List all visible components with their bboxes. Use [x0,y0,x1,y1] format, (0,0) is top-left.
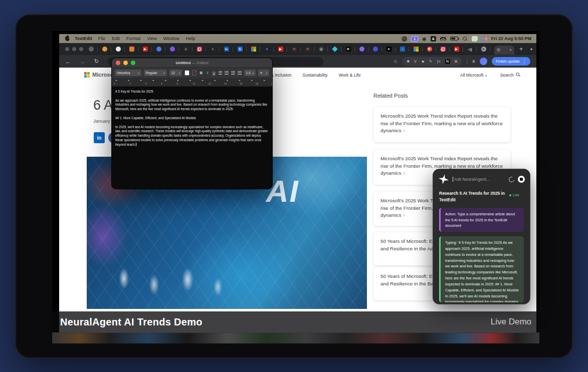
profile-avatar[interactable] [480,58,487,65]
menu-view[interactable]: View [147,36,156,41]
linkedin-share-icon[interactable]: in [94,132,105,143]
tab-search-chevron-icon[interactable]: ▾ [530,47,532,52]
tab-favicon-g[interactable]: G [481,47,486,52]
finish-update-button[interactable]: Finish update ⋮ [492,57,530,66]
ruler-tab-stop-icon[interactable]: ▸ [239,79,241,82]
active-tab[interactable]: × [494,46,514,55]
tab-favicon-youtube-2[interactable]: ▶ [278,47,283,52]
align-justify-icon[interactable] [238,71,242,75]
line-spacing-select[interactable]: 1.0▾ [244,70,256,76]
extension-n-icon[interactable]: N [445,59,450,64]
tab-favicon-gmail-2[interactable]: M [305,47,310,52]
menubar-clock[interactable]: Fri 22 Aug 5:50 PM [491,36,531,41]
menu-edit[interactable]: Edit [112,36,120,41]
tab-favicon-linkedin[interactable]: in [224,47,229,52]
tab-favicon-youtube[interactable]: ▶ [142,47,148,52]
tab-favicon-orange-2[interactable] [129,47,134,52]
bookmark-star-icon[interactable]: ☆ [393,59,398,64]
globe-icon[interactable] [402,36,407,42]
stop-button[interactable] [518,176,525,183]
tab-favicon-s[interactable]: S [237,47,243,52]
menu-window[interactable]: Window [163,36,179,41]
back-icon[interactable]: ← [65,59,71,65]
extension-fx-icon[interactable]: ƒx [437,60,440,63]
tab-favicon-microsoft[interactable] [251,47,256,52]
tab-favicon-github[interactable] [115,47,121,52]
ruler-tab-stop-icon[interactable]: ▸ [153,79,154,82]
menu-format[interactable]: Format [126,36,141,41]
tab-favicon-instagram[interactable] [197,47,202,52]
record-icon[interactable]: ◉ [422,36,427,42]
tab-favicon-orange[interactable] [102,47,107,52]
textedit-document[interactable]: # 5 Key AI Trends for 2025 As we approac… [112,87,272,189]
neuralagent-panel[interactable]: Ask NeuralAgent... Research 5 AI Trends … [433,169,530,304]
close-tab-icon[interactable]: × [509,48,512,52]
minimize-window-icon[interactable] [72,47,76,51]
tab-favicon-youtube-3[interactable]: ▶ [454,47,459,52]
reload-icon[interactable]: ↻ [94,58,99,65]
bold-button[interactable]: B [199,71,203,75]
tab-favicon-gmail[interactable]: M [291,47,297,52]
ruler-tab-stop-icon[interactable]: ▸ [215,79,216,82]
zoom-window-icon[interactable] [79,47,83,51]
tab-favicon-duotone[interactable] [372,47,378,52]
browser-menu-kebab-icon[interactable]: ⋮ [522,59,526,64]
extension-v-icon[interactable]: V [414,60,417,63]
font-size-select[interactable]: 12▾ [169,70,182,76]
align-right-icon[interactable] [231,71,235,75]
tab-favicon-diamond[interactable] [332,47,337,52]
underline-button[interactable]: U [212,71,216,75]
tab-favicon-violet[interactable] [359,47,364,52]
background-color-swatch[interactable] [192,70,197,76]
ruler-tab-stop-icon[interactable]: ▸ [264,79,265,82]
align-center-icon[interactable] [225,71,229,75]
tab-favicon-instagram-2[interactable] [440,47,446,52]
ruler-tab-stop-icon[interactable]: ▸ [116,79,117,82]
textedit-ruler[interactable]: ▸▸▸▸▸▸▸▸▸▸▸▸▸02468101214161820 [112,78,272,87]
tab-favicon-blue[interactable] [156,47,161,52]
spotlight-search-icon[interactable] [462,36,468,42]
tab-favicon-web[interactable] [88,47,94,52]
text-color-swatch[interactable] [184,70,189,76]
sidebar-lines-icon[interactable]: ≡ [472,59,475,64]
input-source-icon[interactable]: A [431,36,436,42]
ask-neuralagent-input[interactable]: Ask NeuralAgent... [453,177,505,182]
tab-favicon-bluebox[interactable]: ▫ [400,47,405,52]
extensions-puzzle-icon[interactable]: ⊞ [455,60,458,64]
textedit-window[interactable]: Untitled — Edited Helvetica▾ Regular▾ 12… [111,58,273,189]
italic-button[interactable]: I [206,71,210,75]
wifi-icon[interactable] [440,37,446,41]
forward-icon[interactable]: → [80,59,85,65]
textedit-titlebar[interactable]: Untitled — Edited [112,58,272,67]
ruler-tab-stop-icon[interactable]: ▸ [202,79,204,82]
ruler-tab-stop-icon[interactable]: ▸ [227,79,228,82]
ruler-tab-stop-icon[interactable]: ▸ [252,79,253,82]
window-controls[interactable] [65,47,83,51]
tab-favicon-ring[interactable]: ◎ [318,47,324,52]
font-family-select[interactable]: Helvetica▾ [115,70,141,76]
extension-gear-icon[interactable]: ✱ [407,60,410,64]
tab-favicon-purple[interactable] [169,47,175,52]
nav-sustainability[interactable]: Sustainability [303,73,328,78]
ruler-tab-stop-icon[interactable]: ▸ [128,79,130,82]
list-style-select[interactable]: ≡▾ [258,70,269,76]
tab-favicon-r[interactable]: R [345,47,351,52]
font-style-select[interactable]: Regular▾ [144,70,167,76]
new-tab-button[interactable]: + [519,46,523,53]
apple-menu-icon[interactable] [65,36,70,41]
tab-favicon-lightning[interactable]: ϟ [210,47,216,52]
related-post-card[interactable]: Microsoft's 2025 Work Trend Index Report… [373,107,510,142]
extension-pencil-icon[interactable]: ✎ [429,60,432,64]
ruler-tab-stop-icon[interactable]: ▸ [165,79,166,82]
color-swirl-icon[interactable] [482,36,487,42]
screen-mirroring-icon[interactable]: 1 [411,36,418,42]
tab-favicon-microsoft-2[interactable] [413,47,419,52]
ruler-tab-stop-icon[interactable]: ▸ [177,79,179,82]
close-window-icon[interactable] [65,47,69,51]
nav-work-life[interactable]: Work & Life [339,73,361,78]
align-left-icon[interactable] [219,71,223,75]
tab-favicon-x[interactable]: X [386,47,391,52]
tab-favicon-a[interactable]: A [264,47,270,52]
menubar-app-status-icon[interactable] [472,36,478,42]
menu-help[interactable]: Help [186,36,195,41]
